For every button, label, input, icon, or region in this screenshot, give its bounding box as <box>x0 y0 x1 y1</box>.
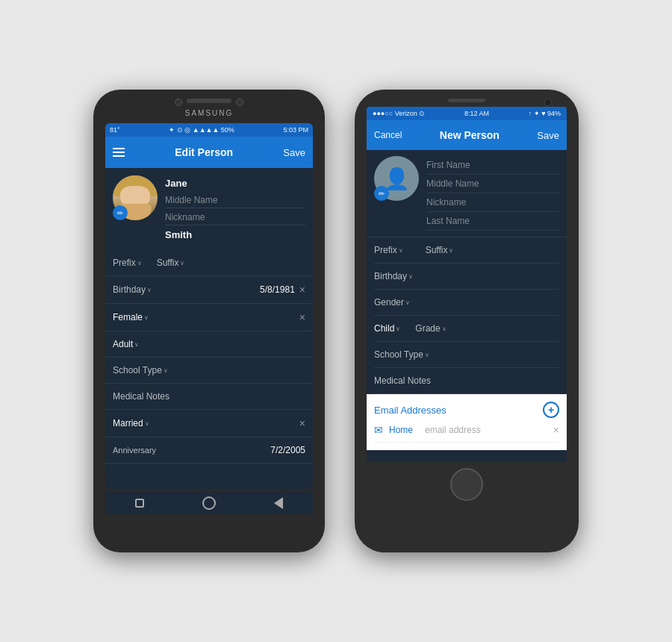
iphone-carrier: ●●●○○ Verizon ⊙ <box>373 110 425 117</box>
birthday-value: 5/8/1981 <box>260 284 295 295</box>
suffix-chevron-icon: ∨ <box>180 260 184 267</box>
iphone-top-bar <box>359 96 574 107</box>
type-selector[interactable]: Adult ∨ <box>113 339 305 349</box>
email-type-selector[interactable]: Home ∨ <box>389 425 419 435</box>
iphone-school-type-chevron-icon: ∨ <box>425 352 429 358</box>
samsung-top-area: SAMSUNG <box>98 99 320 120</box>
married-selector[interactable]: Married ∨ <box>113 418 295 428</box>
samsung-app-header: Edit Person Save <box>105 137 313 168</box>
plus-icon: + <box>548 404 554 416</box>
medical-notes-label[interactable]: Medical Notes <box>113 391 305 402</box>
iphone-prefix-selector[interactable]: Prefix ∨ <box>374 245 403 255</box>
iphone-suffix-selector[interactable]: Suffix ∨ <box>426 245 454 255</box>
birthday-label[interactable]: Birthday ∨ <box>113 284 260 295</box>
birthday-clear-button[interactable]: × <box>299 284 305 296</box>
iphone-status-bar: ●●●○○ Verizon ⊙ 8:12 AM ↑ ✦ ♥ 94% <box>367 107 567 120</box>
iphone-save-button[interactable]: Save <box>537 130 559 141</box>
samsung-camera-row <box>175 99 243 106</box>
iphone-prefix-chevron-icon: ∨ <box>399 247 403 254</box>
suffix-label: Suffix <box>157 258 179 268</box>
nickname-field[interactable]: Nickname <box>165 210 305 225</box>
iphone-medical-notes-field[interactable]: Medical Notes <box>374 375 559 386</box>
nav-back-button[interactable] <box>268 496 289 510</box>
iphone-email-section: Email Addresses + ✉ Home ∨ email address… <box>367 394 567 450</box>
married-clear-button[interactable]: × <box>299 417 305 429</box>
iphone-child-chevron-icon: ∨ <box>396 325 400 332</box>
samsung-name-fields: Jane Middle Name Nickname Smith <box>165 175 305 243</box>
samsung-speaker <box>187 99 231 103</box>
samsung-form-content: ✏ Jane Middle Name Nickname Smith Prefix… <box>105 168 313 464</box>
samsung-status-bar: 81° ✦ ⊙ ◎ ▲▲▲▲ 50% 5:03 PM <box>105 123 313 137</box>
email-clear-button[interactable]: × <box>553 424 559 436</box>
iphone-suffix-chevron-icon: ∨ <box>449 247 453 254</box>
gender-chevron-icon: ∨ <box>144 314 149 321</box>
iphone-grade-selector[interactable]: Grade ∨ <box>415 323 446 334</box>
iphone-birthday-row: Birthday ∨ <box>374 264 559 290</box>
menu-button[interactable] <box>113 148 125 157</box>
married-chevron-icon: ∨ <box>145 420 149 427</box>
samsung-time: 5:03 PM <box>283 126 308 134</box>
middle-name-field[interactable]: Middle Name <box>165 193 305 208</box>
iphone-app-header: Cancel New Person Save <box>367 120 567 150</box>
iphone-screen: ●●●○○ Verizon ⊙ 8:12 AM ↑ ✦ ♥ 94% Cancel… <box>367 107 567 462</box>
gender-selector[interactable]: Female ∨ <box>113 312 295 322</box>
edit-avatar-button[interactable]: ✏ <box>113 205 128 220</box>
iphone-nickname-field[interactable]: Nickname <box>426 193 559 212</box>
email-type-chevron-icon: ∨ <box>414 427 419 434</box>
iphone-speaker <box>448 99 485 102</box>
nav-home-button[interactable] <box>199 496 220 510</box>
samsung-status-icons: ✦ ⊙ ◎ ▲▲▲▲ 50% <box>169 126 234 134</box>
type-row: Adult ∨ <box>105 331 313 358</box>
prefix-label: Prefix <box>113 258 136 268</box>
iphone-gender-chevron-icon: ∨ <box>405 299 410 306</box>
avatar-container: ✏ <box>113 175 158 220</box>
iphone-gender-row: Gender ∨ <box>374 290 559 316</box>
iphone-avatar-container: 👤 ✏ <box>374 156 419 201</box>
iphone-middle-name-field[interactable]: Middle Name <box>426 175 559 193</box>
medical-notes-row: Medical Notes <box>105 384 313 410</box>
iphone-edit-avatar-button[interactable]: ✏ <box>374 186 389 201</box>
iphone-form-section: Prefix ∨ Suffix ∨ Birthday ∨ Gender <box>367 237 567 394</box>
samsung-camera-dot2 <box>236 99 243 106</box>
iphone-first-name-field[interactable]: First Name <box>426 156 559 175</box>
last-name-value[interactable]: Smith <box>165 227 305 243</box>
email-section-header: Email Addresses + <box>374 402 559 418</box>
birthday-row: Birthday ∨ 5/8/1981 × <box>105 276 313 304</box>
prefix-selector[interactable]: Prefix ∨ <box>113 258 142 268</box>
gender-clear-button[interactable]: × <box>299 311 305 323</box>
email-row: ✉ Home ∨ email address × <box>374 424 559 443</box>
nav-recent-button[interactable] <box>129 496 150 510</box>
samsung-save-button[interactable]: Save <box>283 147 305 158</box>
iphone: ●●●○○ Verizon ⊙ 8:12 AM ↑ ✦ ♥ 94% Cancel… <box>355 90 579 552</box>
suffix-selector[interactable]: Suffix ∨ <box>157 258 185 268</box>
anniversary-row: Anniversary 7/2/2005 <box>105 437 313 464</box>
iphone-birthday-selector[interactable]: Birthday ∨ <box>374 271 559 281</box>
add-email-button[interactable]: + <box>543 402 559 418</box>
first-name-value[interactable]: Jane <box>165 175 305 191</box>
iphone-time: 8:12 AM <box>464 110 489 117</box>
samsung-phone: SAMSUNG 81° ✦ ⊙ ◎ ▲▲▲▲ 50% 5:03 PM Edit … <box>93 90 325 552</box>
married-row: Married ∨ × <box>105 410 313 437</box>
samsung-header-title: Edit Person <box>175 146 233 158</box>
envelope-icon: ✉ <box>374 424 383 436</box>
samsung-profile-section: ✏ Jane Middle Name Nickname Smith <box>105 168 313 250</box>
iphone-school-type-selector[interactable]: School Type ∨ <box>374 349 559 360</box>
iphone-home-button[interactable] <box>450 468 483 501</box>
iphone-child-grade-row: Child ∨ Grade ∨ <box>374 316 559 342</box>
prefix-chevron-icon: ∨ <box>137 260 142 267</box>
iphone-profile-section: 👤 ✏ First Name Middle Name Nickname Last… <box>367 150 567 237</box>
iphone-child-selector[interactable]: Child ∨ <box>374 323 400 334</box>
iphone-pencil-icon: ✏ <box>379 190 385 198</box>
iphone-home-area <box>450 468 483 501</box>
birthday-chevron-icon: ∨ <box>147 287 152 293</box>
email-addresses-title: Email Addresses <box>374 405 447 416</box>
email-input[interactable]: email address <box>425 425 547 435</box>
samsung-nav-bar <box>105 492 313 514</box>
school-type-selector[interactable]: School Type ∨ <box>113 365 305 375</box>
cancel-button[interactable]: Cancel <box>374 130 402 140</box>
iphone-last-name-field[interactable]: Last Name <box>426 212 559 231</box>
anniversary-label[interactable]: Anniversary <box>113 446 270 455</box>
iphone-gender-selector[interactable]: Gender ∨ <box>374 297 559 308</box>
school-type-row: School Type ∨ <box>105 358 313 384</box>
iphone-birthday-chevron-icon: ∨ <box>408 273 413 280</box>
